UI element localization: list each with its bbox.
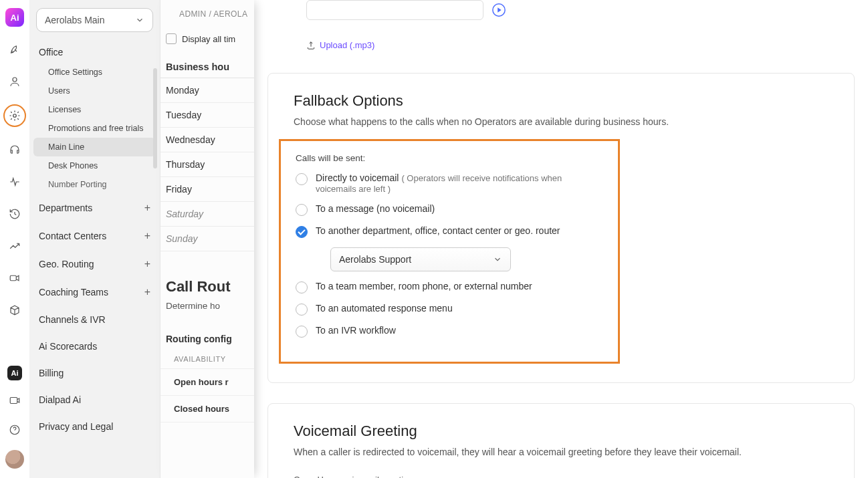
option-voicemail[interactable]: Directly to voicemail ( Operators will r…: [296, 172, 603, 194]
sidebar-item-number-porting[interactable]: Number Porting: [29, 175, 160, 194]
routing-config-heading: Routing config: [160, 314, 254, 348]
option-label: Directly to voicemail: [316, 172, 399, 183]
sidebar-section-label: Dialpad Ai: [39, 394, 81, 405]
calls-will-be-sent-label: Calls will be sent:: [296, 153, 603, 163]
option-another-dept[interactable]: To another department, office, contact c…: [296, 225, 603, 238]
rocket-icon[interactable]: [5, 40, 24, 59]
voicemail-subtitle: When a caller is redirected to voicemail…: [294, 447, 829, 457]
sidebar-section-departments[interactable]: Departments+: [29, 194, 160, 222]
sidebar-section-office[interactable]: Office: [29, 40, 160, 63]
main-panel: Upload (.mp3) Fallback Options Choose wh…: [254, 0, 868, 478]
upload-link[interactable]: Upload (.mp3): [267, 35, 855, 50]
upload-label: Upload (.mp3): [320, 40, 374, 50]
meeting-icon[interactable]: [5, 391, 24, 410]
radio-icon[interactable]: [296, 326, 308, 338]
day-wednesday[interactable]: Wednesday: [160, 128, 254, 152]
trend-icon[interactable]: [5, 237, 24, 255]
sidebar-section-label: Departments: [39, 203, 92, 213]
plus-icon[interactable]: +: [144, 230, 150, 242]
radio-icon[interactable]: [296, 173, 308, 185]
fallback-card: Fallback Options Choose what happens to …: [267, 73, 855, 383]
call-routing-heading: Call Rout: [160, 251, 254, 298]
sidebar-section-channels-ivr[interactable]: Channels & IVR: [29, 306, 160, 333]
sidebar-section-ai-scorecards[interactable]: Ai Scorecards: [29, 333, 160, 360]
option-ivr-workflow[interactable]: To an IVR workflow: [296, 325, 603, 338]
display-all-times-checkbox[interactable]: Display all tim: [160, 32, 254, 55]
sidebar-section-geo-routing[interactable]: Geo. Routing+: [29, 250, 160, 278]
day-tuesday[interactable]: Tuesday: [160, 103, 254, 128]
headset-icon[interactable]: [5, 140, 24, 159]
plus-icon[interactable]: +: [144, 286, 150, 298]
sidebar: Aerolabs Main Office Office Settings Use…: [29, 0, 160, 478]
sidebar-item-users[interactable]: Users: [29, 82, 160, 100]
day-thursday[interactable]: Thursday: [160, 152, 254, 177]
checkbox-icon[interactable]: [166, 33, 177, 44]
voicemail-greeting-card: Voicemail Greeting When a caller is redi…: [267, 403, 855, 478]
option-auto-response[interactable]: To an automated response menu: [296, 303, 603, 316]
sidebar-item-main-line[interactable]: Main Line: [33, 138, 156, 156]
svg-point-0: [13, 78, 17, 82]
option-label: To another department, office, contact c…: [316, 225, 560, 236]
user-icon[interactable]: [5, 72, 24, 91]
option-label: To a message (no voicemail): [316, 203, 435, 214]
fallback-highlight-box: Calls will be sent: Directly to voicemai…: [279, 139, 620, 364]
app-logo[interactable]: Ai: [5, 8, 24, 27]
radio-icon-selected[interactable]: [296, 226, 308, 238]
department-select[interactable]: Aerolabs Support: [330, 247, 511, 271]
sidebar-section-label: Privacy and Legal: [39, 421, 113, 432]
option-message[interactable]: To a message (no voicemail): [296, 203, 603, 216]
sidebar-section-label: Channels & IVR: [39, 314, 106, 325]
sidebar-section-label: Billing: [39, 368, 64, 378]
activity-icon[interactable]: [5, 172, 24, 191]
settings-icon[interactable]: [3, 104, 26, 127]
sidebar-item-promotions[interactable]: Promotions and free trials: [29, 119, 160, 138]
option-team-member[interactable]: To a team member, room phone, or externa…: [296, 281, 603, 293]
sidebar-section-label: Geo. Routing: [39, 259, 94, 269]
day-saturday[interactable]: Saturday: [160, 202, 254, 227]
option-label: To an IVR workflow: [316, 325, 396, 336]
radio-icon[interactable]: [296, 281, 308, 293]
ai-badge-icon[interactable]: Ai: [7, 366, 22, 380]
availability-label: AVAILABILITY: [160, 348, 254, 369]
box-icon[interactable]: [5, 301, 24, 320]
hold-music-select[interactable]: [306, 0, 483, 20]
history-icon[interactable]: [5, 205, 24, 223]
sidebar-section-coaching-teams[interactable]: Coaching Teams+: [29, 278, 160, 306]
sidebar-section-billing[interactable]: Billing: [29, 360, 160, 386]
org-name: Aerolabs Main: [45, 15, 105, 25]
play-icon[interactable]: [492, 3, 506, 17]
sidebar-item-licenses[interactable]: Licenses: [29, 100, 160, 119]
day-monday[interactable]: Monday: [160, 78, 254, 103]
sidebar-section-contact-centers[interactable]: Contact Centers+: [29, 222, 160, 250]
plus-icon[interactable]: +: [144, 258, 150, 270]
help-icon[interactable]: [5, 421, 24, 439]
day-sunday[interactable]: Sunday: [160, 227, 254, 251]
department-selected-value: Aerolabs Support: [339, 254, 411, 265]
svg-rect-3: [10, 398, 17, 404]
sidebar-section-dialpad-ai[interactable]: Dialpad Ai: [29, 386, 160, 413]
radio-icon[interactable]: [296, 204, 308, 216]
call-routing-sub: Determine ho: [160, 298, 254, 314]
upload-icon: [306, 41, 316, 50]
radio-icon[interactable]: [296, 304, 308, 316]
avatar[interactable]: [5, 450, 24, 469]
closed-hours-row[interactable]: Closed hours: [160, 396, 254, 423]
settings-column: ADMIN / AEROLA Display all tim Business …: [160, 0, 254, 478]
video-icon[interactable]: [5, 269, 24, 287]
sidebar-scrollbar[interactable]: [153, 68, 157, 168]
fallback-title: Fallback Options: [294, 92, 829, 110]
svg-point-1: [13, 114, 17, 118]
sidebar-section-label: Coaching Teams: [39, 287, 108, 297]
sidebar-item-desk-phones[interactable]: Desk Phones: [29, 156, 160, 175]
sidebar-section-privacy-legal[interactable]: Privacy and Legal: [29, 413, 160, 440]
day-friday[interactable]: Friday: [160, 177, 254, 202]
voicemail-open-hours-label: Open Hours voicemail greeting:: [294, 475, 829, 478]
org-selector[interactable]: Aerolabs Main: [36, 8, 153, 32]
open-hours-row[interactable]: Open hours r: [160, 369, 254, 396]
sidebar-section-label: Ai Scorecards: [39, 341, 97, 352]
option-label: To a team member, room phone, or externa…: [316, 281, 532, 291]
sidebar-item-office-settings[interactable]: Office Settings: [29, 63, 160, 82]
chevron-down-icon: [135, 15, 144, 25]
sidebar-section-label: Contact Centers: [39, 231, 106, 241]
plus-icon[interactable]: +: [144, 202, 150, 214]
